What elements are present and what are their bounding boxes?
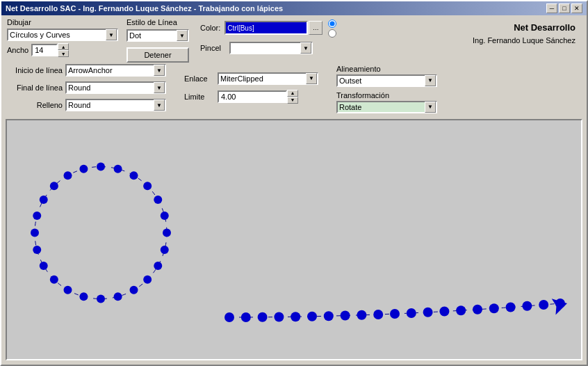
ancho-row: Ancho ▲ ▼ [7,43,118,57]
transformacion-group: Transformación Rotate Scale Translate ▼ [336,91,437,113]
color-row: Color: Ctrl[Bus] … [200,18,336,38]
color-label: Color: [200,24,220,32]
limite-spinner: ▲ ▼ [218,90,298,104]
ancho-up-button[interactable]: ▲ [58,43,69,50]
final-select[interactable]: Round Flat Square ArrowAnchor [65,81,166,94]
pincel-label: Pincel [200,44,225,52]
inicio-label: Inicio de línea [7,66,63,74]
pincel-row: Pincel ▼ [200,42,336,54]
ancho-spinner-btns: ▲ ▼ [58,43,69,57]
enlace-row: Enlace MiterClipped Bevel Miter Round ▼ [184,72,318,85]
middle-controls: Estilo de Línea Dot Solid Dash DashDot ▼… [126,18,189,63]
close-button[interactable]: ✕ [571,3,582,13]
transformacion-select-wrapper: Rotate Scale Translate ▼ [336,101,437,113]
alineamiento-select[interactable]: Outset Inset Center [336,74,437,87]
estilo-select[interactable]: Dot Solid Dash DashDot [126,29,189,42]
align-transform: Alineamiento Outset Inset Center ▼ Trans… [336,65,437,113]
title-bar: Net Desarrollo SAC - Ing. Fernando Luque… [1,1,587,15]
radio2-item [328,29,336,38]
inicio-row: Inicio de línea ArrowAnchor Round Flat S… [7,64,166,77]
author-name: Ing. Fernando Luque Sánchez [473,35,575,47]
ancho-label: Ancho [7,46,28,54]
main-window: Net Desarrollo SAC - Ing. Fernando Luque… [0,0,588,366]
alineamiento-group: Alineamiento Outset Inset Center ▼ [336,65,437,87]
limite-input[interactable] [218,90,287,103]
enlace-controls: Enlace MiterClipped Bevel Miter Round ▼ … [184,72,318,106]
company-name: Net Desarrollo [473,21,575,35]
inicio-select[interactable]: ArrowAnchor Round Flat Square [65,64,166,77]
ancho-input[interactable] [31,44,58,56]
color-display: Ctrl[Bus] [224,21,308,35]
color-picker-button[interactable]: … [309,21,322,35]
relleno-label: Relleno [7,101,63,109]
enlace-label: Enlace [184,74,215,83]
color-value: Ctrl[Bus] [227,24,254,32]
radio1-item [328,19,336,28]
radio-group [328,19,336,38]
drawing-canvas[interactable] [7,120,581,359]
estilo-select-wrapper: Dot Solid Dash DashDot ▼ [126,29,189,42]
limite-label: Limite [184,93,215,101]
color-controls: Color: Ctrl[Bus] … Pincel [200,18,336,56]
detener-button[interactable]: Detener [126,47,189,63]
left-controls: Dibujar Círculos y Curves Líneas Rectáng… [7,18,118,59]
final-row: Final de línea Round Flat Square ArrowAn… [7,81,166,94]
radio2-input[interactable] [328,29,336,38]
net-info: Net Desarrollo Ing. Fernando Luque Sánch… [467,18,581,49]
limite-spinner-btns: ▲ ▼ [287,90,298,104]
dibujar-select[interactable]: Círculos y Curves Líneas Rectángulos [7,29,118,41]
line-controls: Inicio de línea ArrowAnchor Round Flat S… [7,64,166,113]
pincel-select-wrapper: ▼ [229,42,313,54]
alineamiento-select-wrapper: Outset Inset Center ▼ [336,74,437,87]
radio1-input[interactable] [328,19,336,28]
title-bar-buttons: ─ □ ✕ [546,3,582,13]
relleno-select[interactable]: Round Flat Square [65,99,166,111]
estilo-label: Estilo de Línea [126,18,189,26]
enlace-select-wrapper: MiterClipped Bevel Miter Round ▼ [218,72,318,85]
window-title: Net Desarrollo SAC - Ing. Fernando Luque… [6,4,283,13]
pincel-select[interactable] [229,42,313,54]
canvas-area [6,119,582,360]
enlace-select[interactable]: MiterClipped Bevel Miter Round [218,72,318,85]
ancho-down-button[interactable]: ▼ [58,50,69,57]
minimize-button[interactable]: ─ [546,3,557,13]
limite-row: Limite ▲ ▼ [184,90,318,104]
relleno-row: Relleno Round Flat Square ▼ [7,99,166,111]
limite-down-button[interactable]: ▼ [287,97,298,104]
row2: Inicio de línea ArrowAnchor Round Flat S… [1,64,587,116]
relleno-select-wrapper: Round Flat Square ▼ [65,99,166,111]
alineamiento-label: Alineamiento [336,65,437,73]
inicio-select-wrapper: ArrowAnchor Round Flat Square ▼ [65,64,166,77]
final-label: Final de línea [7,83,63,92]
ancho-spinner: ▲ ▼ [31,43,69,57]
final-select-wrapper: Round Flat Square ArrowAnchor ▼ [65,81,166,94]
limite-up-button[interactable]: ▲ [287,90,298,97]
transformacion-select[interactable]: Rotate Scale Translate [336,101,437,113]
maximize-button[interactable]: □ [559,3,570,13]
dibujar-label: Dibujar [7,18,118,26]
top-section: Dibujar Círculos y Curves Líneas Rectáng… [1,15,587,64]
transformacion-label: Transformación [336,91,437,100]
dibujar-select-wrapper: Círculos y Curves Líneas Rectángulos ▼ [7,29,118,41]
